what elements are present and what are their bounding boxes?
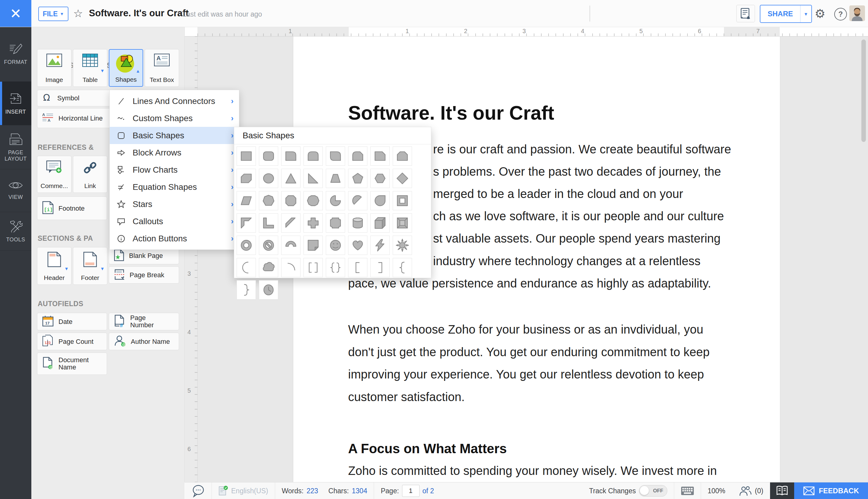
smiley-face-shape[interactable] [326,236,345,255]
right-brace-shape[interactable] [236,280,256,300]
settings-gear-icon[interactable]: ⚙ [815,7,826,21]
menu-item-equation-shapes[interactable]: Equation Shapes› [110,179,239,196]
sidebar-item-view[interactable]: VIEW [0,169,31,212]
menu-item-block-arrows[interactable]: Block Arrows› [110,144,239,161]
arc-shape[interactable] [281,258,301,277]
chevron-down-icon[interactable]: ▼ [800,5,811,22]
menu-item-callouts[interactable]: Callouts› [110,213,239,230]
document-line[interactable]: s problems. Over the past two decades of… [433,165,721,179]
rectangle-shape[interactable] [236,146,256,166]
link-button[interactable]: Link [73,156,107,193]
teardrop-shape[interactable] [370,191,390,210]
snip-single-corner-rectangle-shape[interactable] [370,146,390,166]
menu-item-lines-and-connectors[interactable]: Lines And Connectors› [110,93,239,110]
document-line[interactable]: When you choose Zoho for your business o… [348,323,703,336]
track-changes-toggle[interactable]: OFF [639,485,667,497]
lightning-bolt-shape[interactable] [370,236,390,255]
document-line[interactable]: Zoho is committed to spending your money… [348,464,717,478]
heptagon-shape[interactable] [259,191,278,210]
chord-shape[interactable] [348,191,367,210]
comment-button[interactable]: Comme... [37,156,71,193]
shapes-button[interactable]: Shapes ▲ [109,49,143,87]
folded-corner-shape[interactable] [304,236,323,255]
page-break-button[interactable]: Page Break [109,266,179,283]
document-line[interactable]: industry where technology changes at a r… [433,254,700,268]
horizontal-ruler[interactable]: 11234567 [197,27,868,36]
bevel-shape[interactable] [393,213,412,233]
ellipse-shape[interactable] [259,169,278,188]
menu-item-basic-shapes[interactable]: Basic Shapes› [110,127,239,144]
no-symbol-shape[interactable] [259,236,278,255]
collaborators-button[interactable]: (0) [732,483,770,499]
sidebar-item-format[interactable]: FORMAT [0,27,31,82]
double-brace-shape[interactable] [326,258,345,277]
reader-view-button[interactable] [770,483,794,499]
document-line[interactable]: re is our craft and passion. We create b… [433,143,731,156]
half-frame-shape[interactable] [236,213,256,233]
isosceles-triangle-shape[interactable] [281,169,301,188]
document-line[interactable]: don't just get the product. You get our … [348,345,710,359]
donut-shape[interactable] [236,236,256,255]
document-heading-title[interactable]: Software. It's our Craft [348,102,554,124]
vertical-scrollbar[interactable] [861,39,866,142]
left-brace-shape[interactable] [393,258,412,277]
header-button[interactable]: Header ▼ [37,247,71,285]
hexagon-shape[interactable] [370,169,390,188]
language-selector[interactable]: English(US) [212,483,275,499]
document-title[interactable]: Software. It's our Craft [89,8,189,19]
menu-item-action-buttons[interactable]: Action Buttons› [110,230,239,247]
corner-shape[interactable] [259,213,278,233]
zoom-level[interactable]: 100% [701,483,732,499]
rounded-rectangle-shape[interactable] [259,146,278,166]
menu-item-flow-charts[interactable]: Flow Charts› [110,161,239,179]
sidebar-item-insert[interactable]: INSERT [0,82,31,125]
document-line[interactable]: st valuable assets. Our people spend yea… [433,232,721,245]
image-button[interactable]: Image [37,49,71,87]
decagon-shape[interactable] [304,191,323,210]
menu-item-stars[interactable]: Stars› [110,196,239,213]
moon-shape[interactable] [236,258,256,277]
cube-shape[interactable] [370,213,390,233]
plaque-shape[interactable] [326,213,345,233]
heart-shape[interactable] [348,236,367,255]
snip-round-single-corner-rectangle-shape[interactable] [348,146,367,166]
round-same-side-rectangle-shape[interactable] [304,146,323,166]
author-name-button[interactable]: @ Author Name [109,333,179,350]
comments-button[interactable] [184,483,211,499]
clock-shape[interactable] [259,280,278,300]
trapezoid-shape[interactable] [326,169,345,188]
sidebar-item-page-layout[interactable]: PAGE LAYOUT [0,125,31,169]
keyboard-shortcuts-button[interactable] [674,483,701,499]
pie-shape[interactable] [326,191,345,210]
footnote-button[interactable]: [i] Footnote [37,196,107,220]
can-shape[interactable] [348,213,367,233]
snip-same-side-rectangle-shape[interactable] [393,146,412,166]
user-avatar[interactable] [849,5,865,21]
diagonal-stripe-shape[interactable] [281,213,301,233]
document-line[interactable]: customer satisfaction. [348,390,465,404]
parallelogram-shape[interactable] [236,191,256,210]
textbox-button[interactable]: A Text Box [145,49,179,87]
page-number-button[interactable]: # Page Number [109,313,179,330]
feedback-button[interactable]: FEEDBACK [794,483,868,499]
share-button[interactable]: SHARE ▼ [760,5,812,23]
chars-count[interactable]: 1304 [352,487,367,495]
document-name-button[interactable]: @ Document Name [37,353,107,375]
snip-diagonal-rectangle-shape[interactable] [236,169,256,188]
round-diagonal-rectangle-shape[interactable] [326,146,345,166]
right-bracket-shape[interactable] [370,258,390,277]
pentagon-shape[interactable] [348,169,367,188]
diamond-shape[interactable] [393,169,412,188]
notifications-button[interactable] [736,5,755,22]
double-bracket-shape[interactable] [304,258,323,277]
document-line[interactable]: merged to be a leader in the cloud and o… [433,187,683,201]
page-number-input[interactable] [402,485,419,497]
octagon-shape[interactable] [281,191,301,210]
sun-shape[interactable] [393,236,412,255]
words-count[interactable]: 223 [306,487,318,495]
document-section-heading[interactable]: A Focus on What Matters [348,441,506,456]
close-button[interactable]: ✕ [0,0,31,27]
page-count-button[interactable]: 123 Page Count [37,333,107,350]
document-line[interactable]: ch as we love software, it is our people… [433,209,724,223]
block-arc-shape[interactable] [281,236,301,255]
